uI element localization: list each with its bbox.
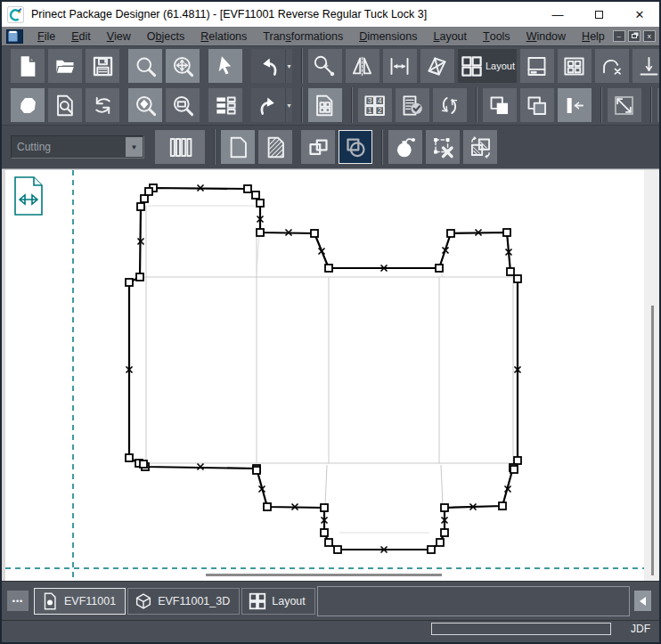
cut-outline[interactable]: [129, 188, 518, 550]
menu-file[interactable]: File: [29, 27, 63, 45]
menu-transformations[interactable]: Transformations: [255, 27, 351, 45]
toolbar-separator: [381, 129, 383, 165]
shape-blob-button[interactable]: [11, 88, 45, 122]
dimension-icon: [388, 54, 412, 78]
line-type-value: Cutting: [12, 141, 126, 153]
open-folder-button[interactable]: [48, 49, 82, 83]
new-doc-icon: [16, 54, 40, 78]
tab-layout[interactable]: Layout: [241, 588, 315, 615]
tab-label: Layout: [272, 595, 306, 607]
dimension-button[interactable]: [383, 49, 417, 83]
menu-window[interactable]: Window: [518, 27, 574, 45]
menu-relations[interactable]: Relations: [192, 27, 255, 45]
bomb-button[interactable]: [388, 130, 422, 164]
bring-front-button[interactable]: [483, 88, 517, 122]
dieline-drawing[interactable]: [5, 170, 644, 581]
col-bars-button[interactable]: [155, 130, 205, 164]
insert-left-button[interactable]: [558, 88, 592, 122]
menu-objects[interactable]: Objects: [139, 27, 192, 45]
page-grid-button[interactable]: [308, 88, 342, 122]
select-arrow-button[interactable]: [208, 49, 242, 83]
arc-x-button[interactable]: [595, 49, 629, 83]
tab-evf11001_3d[interactable]: EVF11001_3D: [127, 588, 240, 615]
minimize-button[interactable]: —: [551, 7, 565, 21]
impose-numbers-icon: 3412: [363, 94, 387, 118]
menu-edit[interactable]: Edit: [63, 27, 99, 45]
menu-help[interactable]: Help: [574, 27, 613, 45]
bomb-icon: [394, 135, 418, 159]
grid-frame-icon: [562, 54, 586, 78]
new-doc-button[interactable]: [11, 49, 45, 83]
line-type-combobox[interactable]: Cutting▼: [11, 135, 144, 159]
zoom-fit-button[interactable]: [128, 88, 162, 122]
undo-button[interactable]: [251, 49, 285, 83]
tab-overflow-button[interactable]: •••: [7, 591, 29, 611]
tile-list-icon: [214, 94, 238, 118]
circle-square-icon: [344, 135, 368, 159]
impose-numbers-button[interactable]: 3412: [358, 88, 392, 122]
close-button[interactable]: ✕: [632, 7, 647, 21]
point-edit-button[interactable]: [308, 49, 342, 83]
area-dashed-button[interactable]: [657, 88, 661, 122]
magnifier-move-button[interactable]: [166, 49, 200, 83]
panel-window-icon: [525, 54, 549, 78]
toolbar-separator: [600, 87, 602, 123]
perpendicular-button[interactable]: [632, 49, 661, 83]
horizontal-scrollbar-thumb[interactable]: [206, 574, 442, 576]
tab-scroll-left-button[interactable]: [634, 591, 651, 611]
mdi-minimize-button[interactable]: –: [613, 30, 625, 42]
rotate-pair-button[interactable]: [433, 88, 467, 122]
mdi-restore-icon: [632, 34, 637, 38]
swap-curved-button[interactable]: [86, 88, 119, 122]
tab-evf11001[interactable]: EVF11001: [34, 588, 126, 615]
exchange-button[interactable]: [463, 130, 497, 164]
tabstrip-background: [317, 586, 630, 616]
tab-label: EVF11001_3D: [158, 595, 230, 607]
group-overlap-button[interactable]: [301, 130, 335, 164]
save-button[interactable]: [86, 49, 119, 83]
menu-layout[interactable]: Layout: [426, 27, 476, 45]
bring-front-icon: [487, 94, 511, 118]
drawing-sheet[interactable]: [5, 170, 644, 581]
undo-dropdown-button[interactable]: ▼: [285, 49, 292, 83]
maximize-button[interactable]: [592, 7, 606, 21]
layout-grid-button[interactable]: Layout: [458, 49, 517, 83]
page-blank-button[interactable]: [221, 130, 255, 164]
redo-dropdown-button[interactable]: ▼: [285, 88, 292, 122]
menubar: FileEditViewObjectsRelationsTransformati…: [2, 27, 659, 46]
del-sel-button[interactable]: [426, 130, 460, 164]
page-magnifier-button[interactable]: [48, 88, 82, 122]
toolbar-separator: [301, 48, 303, 84]
svg-text:4: 4: [378, 95, 382, 104]
svg-text:2: 2: [378, 105, 382, 114]
mdi-close-button[interactable]: x: [643, 30, 656, 42]
vertical-scrollbar-thumb[interactable]: [651, 306, 654, 575]
toolbar-separator: [650, 87, 652, 123]
vertical-scrollbar[interactable]: [644, 170, 659, 581]
mirror-button[interactable]: [346, 49, 379, 83]
send-back-button[interactable]: [520, 88, 554, 122]
arc-x-icon: [600, 54, 624, 78]
selection-nodes[interactable]: [126, 184, 521, 553]
checklist-button[interactable]: [396, 88, 429, 122]
panel-window-button[interactable]: [520, 49, 554, 83]
menu-view[interactable]: View: [99, 27, 139, 45]
menu-tools[interactable]: Tools: [475, 27, 518, 45]
window-title: Prinect Package Designer (61.4811) - [EV…: [31, 8, 551, 20]
circle-square-button[interactable]: [339, 130, 372, 164]
persp-box-button[interactable]: [420, 49, 454, 83]
tile-list-button[interactable]: [208, 88, 242, 122]
redo-button[interactable]: [251, 88, 285, 122]
page-hatch-button[interactable]: [258, 130, 292, 164]
menu-dimensions[interactable]: Dimensions: [351, 27, 425, 45]
mdi-restore-button[interactable]: [628, 30, 641, 42]
magnifier-button[interactable]: [128, 49, 162, 83]
shape-blob-icon: [16, 94, 40, 118]
grid-frame-button[interactable]: [558, 49, 592, 83]
zoom-window-button[interactable]: [166, 88, 200, 122]
combobox-dropdown-button[interactable]: ▼: [126, 137, 143, 157]
toolbar-separator: [214, 129, 216, 165]
svg-text:1: 1: [368, 105, 372, 114]
scale-diag-button[interactable]: [608, 88, 641, 122]
scale-diag-icon: [612, 94, 636, 118]
